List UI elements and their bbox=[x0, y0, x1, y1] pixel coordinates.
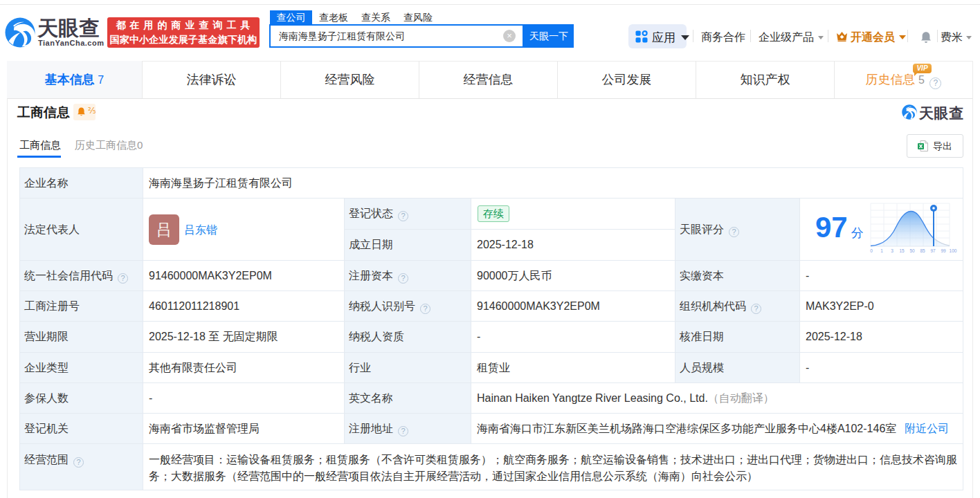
svg-text:85: 85 bbox=[920, 248, 925, 253]
svg-text:15: 15 bbox=[899, 248, 905, 253]
svg-text:50: 50 bbox=[909, 248, 915, 253]
svg-text:99: 99 bbox=[941, 248, 946, 253]
svg-text:100: 100 bbox=[950, 248, 957, 253]
svg-text:3: 3 bbox=[891, 248, 893, 253]
svg-text:0: 0 bbox=[870, 248, 873, 253]
svg-text:97: 97 bbox=[930, 248, 936, 253]
svg-text:1: 1 bbox=[880, 248, 883, 253]
